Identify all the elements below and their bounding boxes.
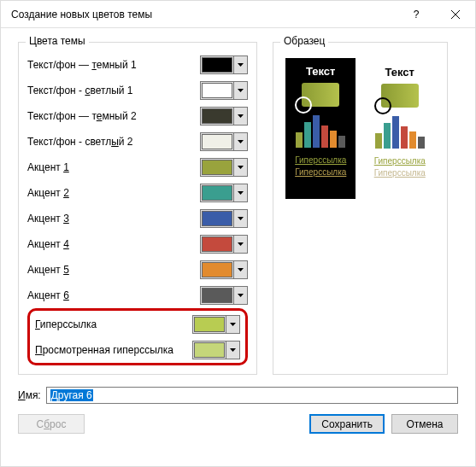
color-label: Акцент 6 [27, 289, 69, 301]
color-label: Акцент 1 [27, 161, 69, 173]
color-label: Текст/фон — темный 2 [27, 110, 137, 122]
color-swatch [202, 83, 232, 98]
chevron-down-icon [233, 108, 247, 125]
color-dropdown[interactable] [192, 315, 240, 334]
name-label: Имя: [18, 389, 41, 401]
color-row-8: Акцент 5 [27, 260, 248, 279]
preview-link-dark: Гиперссылка [295, 155, 346, 166]
color-swatch [202, 262, 232, 277]
chart-bar [304, 122, 311, 148]
color-row-0: Текст/фон — темный 1 [27, 55, 248, 74]
chart-bar [338, 136, 345, 148]
preview-chart-light [375, 114, 425, 149]
color-dropdown[interactable] [200, 107, 248, 126]
preview-dark: Текст Гиперссылка Гиперссылка [285, 58, 356, 199]
svg-marker-10 [238, 268, 244, 271]
color-label: Текст/фон - светлый 2 [27, 136, 132, 148]
color-label: Акцент 5 [27, 264, 69, 276]
color-label: Акцент 3 [27, 213, 69, 225]
color-row-3: Текст/фон - светлый 2 [27, 131, 248, 151]
titlebar: Создание новых цветов темы ? [1, 1, 475, 28]
reset-button: Сброс [18, 414, 85, 434]
svg-marker-11 [238, 294, 244, 297]
svg-marker-3 [238, 89, 244, 92]
chevron-down-icon [233, 56, 247, 73]
help-button[interactable]: ? [397, 1, 436, 28]
color-label: Гиперссылка [35, 318, 97, 330]
color-swatch [194, 317, 225, 332]
color-label: Текст/фон — темный 1 [27, 59, 137, 71]
color-dropdown[interactable] [200, 286, 248, 305]
color-swatch [202, 211, 232, 226]
svg-marker-8 [238, 217, 244, 220]
svg-marker-12 [230, 323, 236, 326]
color-dropdown[interactable] [200, 184, 248, 202]
chevron-down-icon [233, 159, 247, 176]
name-row: Имя: Другая 6 [18, 387, 458, 404]
color-row-1: Текст/фон - светлый 1 [27, 80, 248, 100]
preview-followed-dark: Гиперссылка [295, 166, 346, 178]
cancel-button[interactable]: Отмена [391, 414, 458, 434]
close-button[interactable] [436, 1, 475, 28]
color-swatch [194, 342, 225, 358]
help-icon: ? [414, 9, 420, 20]
dialog-title: Создание новых цветов темы [11, 9, 152, 20]
color-swatch [202, 160, 232, 175]
color-dropdown[interactable] [192, 341, 240, 359]
color-row-4: Акцент 1 [27, 157, 248, 177]
save-button[interactable]: Сохранить [309, 414, 385, 434]
color-dropdown[interactable] [200, 132, 248, 151]
color-swatch [202, 185, 232, 201]
color-dropdown[interactable] [200, 81, 248, 100]
chart-bar [313, 115, 320, 148]
color-row-9: Акцент 6 [27, 285, 248, 305]
preview-chart-dark [296, 114, 345, 148]
chevron-down-icon [233, 236, 247, 253]
color-dropdown[interactable] [200, 209, 248, 228]
sample-group: Образец Текст Гиперссылка Гиперссылка Те… [273, 42, 448, 375]
dialog-content: Цвета темы Текст/фон — темный 1Текст/фон… [1, 28, 475, 444]
chart-bar [296, 132, 303, 148]
svg-marker-6 [238, 166, 244, 169]
color-dropdown[interactable] [200, 55, 248, 74]
highlighted-rows: ГиперссылкаПросмотренная гиперссылка [27, 308, 248, 365]
color-rows: Текст/фон — темный 1Текст/фон - светлый … [27, 55, 248, 305]
hyperlink-row-1: Просмотренная гиперссылка [35, 340, 240, 359]
titlebar-buttons: ? [397, 1, 475, 28]
color-label: Акцент 4 [27, 238, 69, 250]
chart-bar [384, 123, 391, 149]
color-swatch [202, 236, 232, 252]
color-label: Текст/фон - светлый 1 [27, 85, 132, 96]
chevron-down-icon [233, 82, 247, 99]
theme-colors-legend: Цвета темы [26, 35, 89, 47]
chevron-down-icon [233, 184, 247, 201]
theme-colors-group: Цвета темы Текст/фон — темный 1Текст/фон… [18, 42, 257, 375]
close-icon [451, 10, 460, 19]
svg-marker-7 [238, 191, 244, 195]
chevron-down-icon [226, 341, 239, 359]
preview-light: Текст Гиперссылка Гиперссылка [364, 58, 435, 199]
sample-legend: Образец [280, 35, 328, 47]
chart-bar [330, 131, 337, 148]
preview-text-light: Текст [385, 66, 414, 79]
svg-marker-13 [230, 348, 236, 352]
color-swatch [202, 57, 232, 73]
svg-marker-9 [238, 242, 244, 246]
color-dropdown[interactable] [200, 235, 248, 254]
color-row-6: Акцент 3 [27, 208, 248, 228]
chart-bar [418, 137, 425, 149]
name-input[interactable]: Другая 6 [46, 387, 458, 404]
color-row-5: Акцент 2 [27, 183, 248, 202]
svg-marker-4 [238, 114, 244, 118]
chart-bar [375, 133, 382, 149]
color-swatch [202, 108, 232, 124]
dialog: Создание новых цветов темы ? Цвета темы … [0, 0, 476, 467]
chart-bar [409, 131, 416, 149]
chevron-down-icon [226, 316, 239, 333]
preview-followed-light: Гиперссылка [374, 167, 426, 179]
chevron-down-icon [233, 210, 247, 227]
chevron-down-icon [233, 133, 247, 150]
preview-link-light: Гиперссылка [374, 155, 426, 167]
color-dropdown[interactable] [200, 260, 248, 279]
color-dropdown[interactable] [200, 158, 248, 177]
